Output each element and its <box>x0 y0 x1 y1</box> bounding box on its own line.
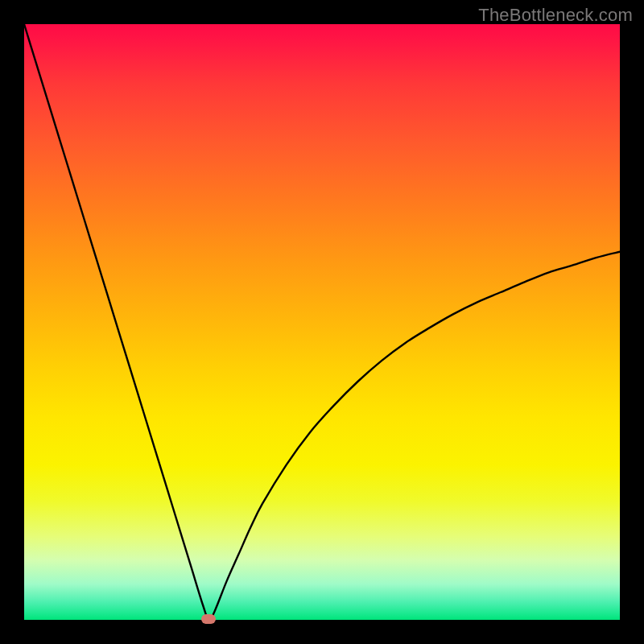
minimum-marker <box>201 614 216 624</box>
watermark-text: TheBottleneck.com <box>478 5 633 26</box>
bottleneck-curve <box>24 24 620 620</box>
chart-plot-area <box>24 24 620 620</box>
